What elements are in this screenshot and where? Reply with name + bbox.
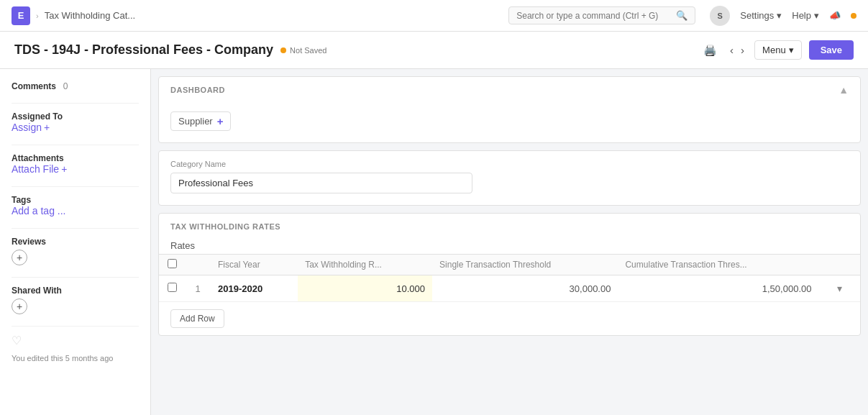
sidebar-shared-section: Shared With +: [12, 285, 139, 314]
add-row-button[interactable]: Add Row: [170, 309, 224, 328]
settings-chevron-icon: ▾: [777, 10, 782, 21]
not-saved-dot-icon: [280, 47, 286, 53]
category-name-label: Category Name: [170, 160, 849, 168]
sidebar-reviews-section: Reviews +: [12, 236, 139, 265]
row-num-cell: 1: [185, 275, 211, 302]
page-header: TDS - 194J - Professional Fees - Company…: [0, 32, 868, 69]
breadcrumb-chevron: ›: [36, 12, 39, 20]
app-icon: E: [12, 6, 30, 25]
supplier-label: Supplier: [178, 116, 213, 127]
col-single-threshold: Single Transaction Threshold: [432, 255, 618, 275]
add-tag-button[interactable]: Add a tag ...: [12, 205, 139, 216]
prev-button[interactable]: ‹: [727, 41, 736, 59]
attach-plus-icon: +: [61, 163, 67, 175]
navigation-arrows: ‹ ›: [727, 41, 747, 59]
header-actions: 🖨️ ‹ › Menu ▾ Save: [700, 40, 854, 60]
heart-icon[interactable]: ♡: [12, 334, 139, 347]
notification-dot-icon: [851, 10, 856, 21]
search-input[interactable]: [516, 11, 672, 21]
collapse-icon[interactable]: ▲: [839, 84, 849, 96]
help-button[interactable]: Help ▾: [792, 10, 819, 21]
col-row-num: [185, 255, 211, 275]
tags-label: Tags: [12, 195, 31, 205]
sidebar-attachments-section: Attachments Attach File +: [12, 152, 139, 175]
rates-label: Rates: [159, 234, 860, 254]
edited-text: You edited this 5 months ago: [12, 353, 139, 364]
search-bar[interactable]: 🔍: [508, 6, 695, 24]
single-threshold-cell: 30,000.00: [432, 275, 618, 302]
table-header-row: Fiscal Year Tax Withholding R... Single …: [159, 255, 860, 275]
dashboard-body: Supplier +: [159, 103, 860, 142]
not-saved-badge: Not Saved: [280, 46, 326, 55]
nav-right-actions: S Settings ▾ Help ▾ 📣: [710, 6, 856, 26]
menu-chevron-icon: ▾: [789, 45, 794, 55]
attach-file-button[interactable]: Attach File +: [12, 163, 139, 175]
add-shared-button[interactable]: +: [12, 298, 27, 314]
tax-rates-title: TAX WITHHOLDING RATES: [170, 222, 280, 231]
help-chevron-icon: ▾: [814, 10, 819, 21]
not-saved-label: Not Saved: [290, 46, 326, 55]
category-name-input[interactable]: [170, 173, 472, 193]
sidebar: Comments 0 Assigned To Assign + Attachme…: [0, 69, 151, 415]
col-cumulative-threshold: Cumulative Transaction Thres...: [618, 255, 818, 275]
print-button[interactable]: 🖨️: [700, 41, 720, 60]
menu-button[interactable]: Menu ▾: [754, 40, 802, 60]
category-body: Category Name: [159, 151, 860, 205]
dashboard-title: DASHBOARD: [170, 86, 225, 94]
tax-rate-cell[interactable]: 10.000: [298, 275, 432, 302]
settings-button[interactable]: Settings ▾: [740, 10, 782, 21]
header-checkbox[interactable]: [168, 259, 177, 268]
col-fiscal-year: Fiscal Year: [211, 255, 298, 275]
add-review-button[interactable]: +: [12, 250, 27, 265]
supplier-plus-icon: +: [217, 115, 224, 127]
next-button[interactable]: ›: [738, 41, 747, 59]
fiscal-year-cell: 2019-2020: [211, 275, 298, 302]
rates-table: Fiscal Year Tax Withholding R... Single …: [159, 254, 860, 302]
category-card: Category Name: [158, 150, 861, 206]
reviews-label: Reviews: [12, 237, 46, 247]
notifications-icon[interactable]: 📣: [829, 10, 841, 21]
tax-rates-header: TAX WITHHOLDING RATES: [159, 214, 860, 234]
row-action-cell: ▾: [818, 275, 860, 302]
supplier-tag[interactable]: Supplier +: [170, 111, 231, 131]
table-row: 1 2019-2020 10.000 30,000.00 1,50,000.00…: [159, 275, 860, 302]
top-navigation: E › Tax Withholding Cat... 🔍 S Settings …: [0, 0, 868, 32]
fiscal-year-value: 2019-2020: [218, 283, 262, 294]
sidebar-assigned-section: Assigned To Assign +: [12, 111, 139, 133]
dashboard-card: DASHBOARD ▲ Supplier +: [158, 76, 861, 143]
shared-with-label: Shared With: [12, 286, 62, 296]
row-checkbox-cell: [159, 275, 185, 302]
page-title: TDS - 194J - Professional Fees - Company: [14, 42, 273, 58]
sidebar-tags-section: Tags Add a tag ...: [12, 194, 139, 216]
breadcrumb-text[interactable]: Tax Withholding Cat...: [45, 10, 135, 21]
assigned-to-label: Assigned To: [12, 111, 63, 122]
comments-count: 0: [63, 81, 68, 91]
sidebar-comments-section: Comments 0: [12, 81, 139, 91]
save-button[interactable]: Save: [809, 40, 854, 60]
attachments-label: Attachments: [12, 153, 64, 163]
dashboard-header[interactable]: DASHBOARD ▲: [159, 77, 860, 103]
row-checkbox[interactable]: [168, 283, 177, 292]
avatar: S: [710, 6, 730, 26]
comments-label: Comments: [12, 81, 56, 91]
add-row-area: Add Row: [159, 302, 860, 335]
search-icon: 🔍: [676, 10, 687, 21]
main-content: DASHBOARD ▲ Supplier + Category Name TAX…: [151, 69, 868, 415]
tax-rates-card: TAX WITHHOLDING RATES Rates Fiscal Year …: [158, 213, 861, 336]
col-actions: [818, 255, 860, 275]
body-layout: Comments 0 Assigned To Assign + Attachme…: [0, 69, 868, 415]
assign-plus-icon: +: [44, 122, 50, 133]
cumulative-threshold-cell: 1,50,000.00: [618, 275, 818, 302]
reviews-add-area: +: [12, 250, 139, 265]
col-tax-rate: Tax Withholding R...: [298, 255, 432, 275]
col-checkbox: [159, 255, 185, 275]
assign-button[interactable]: Assign +: [12, 122, 139, 133]
row-dropdown-button[interactable]: ▾: [833, 281, 846, 296]
